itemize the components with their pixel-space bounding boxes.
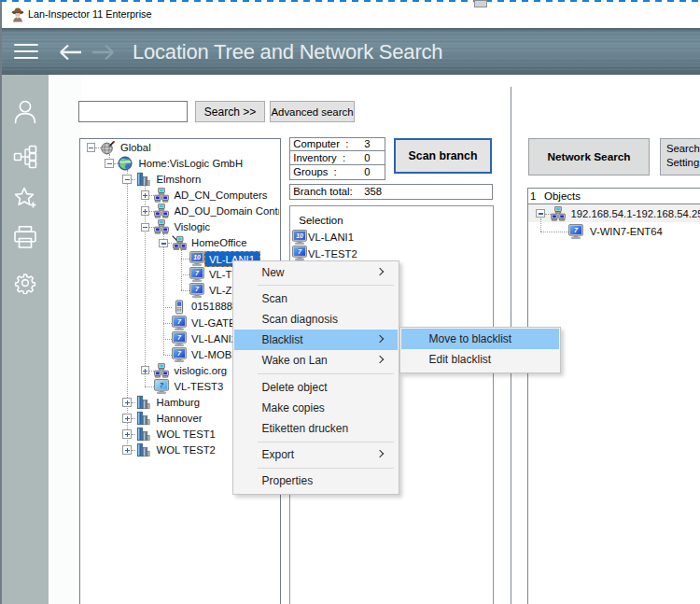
svg-text:10: 10: [296, 232, 303, 239]
svg-text:10: 10: [193, 255, 201, 261]
svg-text:?: ?: [160, 381, 164, 389]
